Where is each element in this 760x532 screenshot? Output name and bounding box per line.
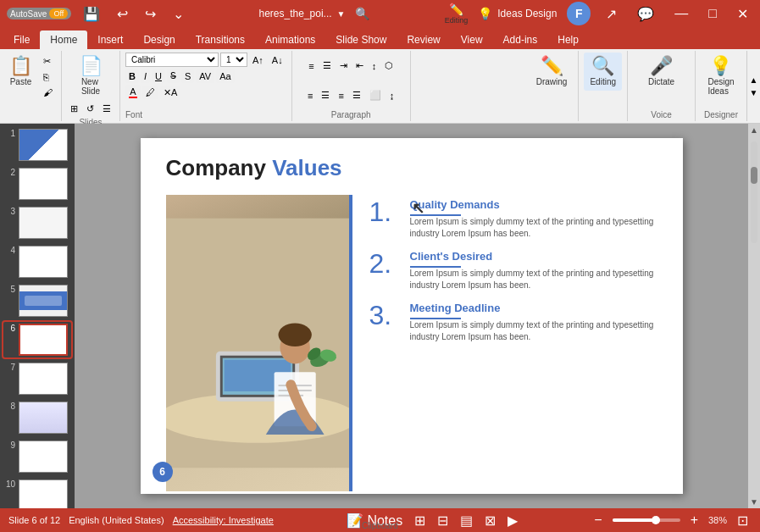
slide-thumb-5[interactable]: 5: [3, 283, 71, 319]
list-indent-button[interactable]: ⇥: [336, 58, 351, 73]
slide-image-4[interactable]: [19, 246, 68, 278]
list-item-3[interactable]: 3. Meeting Deadline Lorem Ipsum is simpl…: [369, 302, 657, 343]
slide-thumb-2[interactable]: 2: [3, 166, 71, 202]
slide-thumb-4[interactable]: 4: [3, 244, 71, 280]
autosave-state[interactable]: Off: [49, 8, 68, 19]
tab-design[interactable]: Design: [133, 30, 185, 49]
column-button[interactable]: ⬜: [366, 88, 385, 103]
design-ideas-mode[interactable]: 💡 Ideas Design: [478, 7, 557, 20]
scroll-up-arrow[interactable]: ▲: [750, 125, 758, 135]
font-size-select[interactable]: 18: [220, 53, 247, 67]
slide-title[interactable]: Company Values ↖: [166, 155, 657, 181]
layout-button[interactable]: ⊞: [67, 102, 81, 116]
reading-view-button[interactable]: ⊠: [481, 511, 499, 530]
align-left-button[interactable]: ≡: [304, 89, 316, 103]
design-ideas-button[interactable]: 💡 DesignIdeas: [702, 53, 740, 100]
comments-button[interactable]: 💬: [632, 4, 659, 24]
canvas-area[interactable]: Company Values ↖: [75, 124, 748, 508]
slide-sorter-button[interactable]: ▤: [457, 511, 476, 530]
tab-insert[interactable]: Insert: [87, 30, 133, 49]
editing-mode[interactable]: ✏️ Editing: [445, 3, 469, 25]
dictate-button[interactable]: 🎤 Dictate: [642, 53, 680, 91]
minimize-button[interactable]: —: [669, 4, 693, 23]
copy-button[interactable]: ⎘: [40, 70, 56, 84]
char-spacing-button[interactable]: AV: [196, 69, 214, 83]
slide-image-6[interactable]: [19, 324, 68, 356]
line-spacing-button[interactable]: ↨: [386, 89, 398, 103]
list-item-1[interactable]: 1. Quality Demands Lorem Ipsum is simply…: [369, 198, 657, 240]
slide-image-10[interactable]: [19, 479, 68, 508]
tab-view[interactable]: View: [451, 30, 493, 49]
fit-slide-button[interactable]: ⊡: [734, 511, 752, 530]
text-direction-button[interactable]: ↕: [369, 59, 380, 73]
underline-button[interactable]: U: [152, 69, 165, 83]
tab-animations[interactable]: Animations: [255, 30, 325, 49]
list-bullet-button[interactable]: ≡: [305, 59, 317, 73]
zoom-in-button[interactable]: +: [687, 511, 702, 529]
zoom-handle[interactable]: [652, 516, 660, 524]
share-button[interactable]: ↗: [601, 4, 622, 24]
drawing-button[interactable]: ✏️ Drawing: [530, 53, 574, 91]
decrease-font-button[interactable]: A↓: [269, 53, 286, 67]
ribbon-scroll-down[interactable]: ▼: [747, 86, 760, 99]
autosave-toggle[interactable]: AutoSave Off: [7, 8, 71, 19]
font-family-select[interactable]: Calibri: [125, 53, 219, 67]
tab-transitions[interactable]: Transitions: [186, 30, 255, 49]
scroll-thumb[interactable]: [751, 167, 757, 184]
tab-help[interactable]: Help: [547, 30, 589, 49]
align-center-button[interactable]: ☰: [318, 88, 333, 103]
zoom-out-button[interactable]: −: [591, 511, 605, 529]
tab-review[interactable]: Review: [397, 30, 450, 49]
slide-thumb-6[interactable]: 6: [3, 322, 71, 357]
redo-button[interactable]: ↪: [140, 4, 161, 24]
slide-image-2[interactable]: [19, 168, 68, 200]
accessibility-info[interactable]: Accessibility: Investigate: [173, 515, 274, 525]
justify-button[interactable]: ☰: [349, 88, 364, 103]
slide-image-8[interactable]: [19, 402, 68, 434]
slide-image-1[interactable]: [19, 129, 68, 161]
clear-format-button[interactable]: ✕A: [160, 86, 180, 100]
decrease-indent-button[interactable]: ⇤: [352, 58, 367, 73]
reset-button[interactable]: ↺: [83, 102, 97, 116]
align-right-button[interactable]: ≡: [335, 89, 347, 103]
slide-thumb-8[interactable]: 8: [3, 400, 71, 435]
maximize-button[interactable]: □: [703, 4, 722, 23]
slide-canvas[interactable]: Company Values ↖: [141, 138, 683, 494]
font-color-button[interactable]: A: [125, 85, 141, 100]
close-button[interactable]: ✕: [732, 4, 753, 24]
italic-button[interactable]: I: [141, 69, 150, 83]
format-painter-button[interactable]: 🖌: [40, 86, 56, 99]
section-button[interactable]: ☰: [99, 102, 114, 116]
slide-image-3[interactable]: [19, 207, 68, 239]
save-button[interactable]: 💾: [78, 4, 105, 24]
tab-addins[interactable]: Add-ins: [493, 30, 548, 49]
paste-button[interactable]: 📋 Paste: [3, 53, 38, 91]
cut-button[interactable]: ✂: [40, 54, 56, 69]
bold-button[interactable]: B: [125, 69, 139, 83]
slide-image-7[interactable]: [19, 363, 68, 395]
normal-view-button[interactable]: ⊟: [434, 511, 452, 530]
new-slide-button[interactable]: 📄 NewSlide: [74, 53, 108, 100]
title-dropdown-icon[interactable]: ▼: [337, 9, 346, 19]
case-button[interactable]: Aa: [216, 69, 234, 83]
increase-font-button[interactable]: A↑: [249, 53, 267, 67]
scroll-down-arrow[interactable]: ▼: [750, 497, 758, 507]
slide-thumb-1[interactable]: 1: [3, 127, 71, 163]
convert-smartart-button[interactable]: ⬡: [381, 58, 397, 73]
customize-button[interactable]: ⌄: [168, 4, 189, 24]
ribbon-scroll-up[interactable]: ▲: [747, 74, 760, 86]
slideshow-button[interactable]: ▶: [504, 511, 521, 530]
list-number-button[interactable]: ☰: [319, 58, 335, 73]
slide-image-5[interactable]: [19, 285, 68, 317]
tab-slideshow[interactable]: Slide Show: [325, 30, 397, 49]
avatar[interactable]: F: [567, 2, 591, 25]
slide-thumb-9[interactable]: 9: [3, 439, 71, 474]
editing-button[interactable]: 🔍 Editing: [584, 53, 622, 91]
tab-file[interactable]: File: [3, 30, 40, 49]
comments-view-button[interactable]: ⊞: [411, 511, 429, 530]
undo-button[interactable]: ↩: [112, 4, 133, 24]
slide-thumb-10[interactable]: 10: [3, 478, 71, 508]
strikethrough-button[interactable]: S̶: [167, 69, 180, 83]
slide-thumb-3[interactable]: 3: [3, 205, 71, 241]
zoom-slider[interactable]: [613, 518, 680, 522]
